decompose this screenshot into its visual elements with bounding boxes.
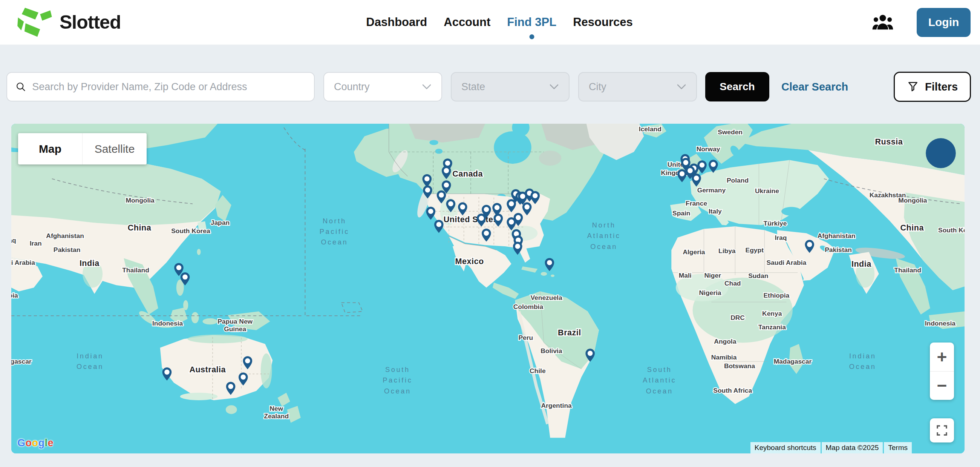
map-label: Iraq — [775, 234, 787, 241]
nav-dashboard[interactable]: Dashboard — [366, 16, 427, 29]
map-label: South Korea — [938, 226, 964, 234]
world-map[interactable]: IcelandSwedenNorwayRussiaUnitedKingdomPo… — [11, 124, 964, 453]
map-label: Mongolia — [898, 196, 927, 204]
map-label: Libya — [718, 247, 736, 255]
zoom-control: + − — [930, 343, 954, 400]
search-input[interactable] — [31, 81, 306, 93]
map-label: Thailand — [122, 266, 149, 274]
slotted-logo-icon — [18, 7, 52, 37]
map-label: Mexico — [455, 257, 484, 266]
map-label: Madagascar — [774, 358, 812, 365]
zoom-out-button[interactable]: − — [930, 371, 954, 400]
map-label: Ethiopia — [764, 292, 790, 299]
map-type-control: Map Satellite — [18, 133, 146, 164]
map-label: Iceland — [639, 125, 662, 133]
keyboard-shortcuts-link[interactable]: Keyboard shortcuts — [751, 442, 821, 453]
map-label: Russia — [875, 137, 903, 147]
map-label: Sudan — [748, 272, 768, 279]
map-label: Afghanistan — [46, 232, 84, 239]
google-logo-letter: g — [38, 437, 45, 448]
nav-resources[interactable]: Resources — [573, 16, 633, 29]
map-label: France — [686, 199, 707, 207]
zoom-in-button[interactable]: + — [930, 343, 954, 371]
map-label: Chile — [530, 367, 546, 375]
map-label: Ethiopia — [11, 292, 18, 299]
search-button[interactable]: Search — [705, 72, 769, 102]
map-label: Colombia — [513, 303, 544, 311]
marker-cluster[interactable] — [926, 138, 956, 168]
map-label: Mali — [679, 272, 692, 279]
header-right: Login — [872, 8, 970, 37]
search-icon — [16, 81, 26, 92]
brand[interactable]: Slotted — [18, 7, 121, 37]
map-label: South Korea — [171, 227, 210, 234]
map-label: Botswana — [724, 362, 756, 370]
map-label: Germany — [697, 186, 726, 194]
map-label: Sweden — [718, 128, 743, 136]
clear-search-link[interactable]: Clear Search — [781, 81, 848, 93]
city-select[interactable]: City — [578, 72, 697, 102]
map-label: Indian — [76, 352, 103, 360]
map-label: Argentina — [541, 402, 572, 409]
google-logo-letter: l — [45, 437, 48, 448]
terms-link[interactable]: Terms — [884, 442, 912, 453]
map-label: Canada — [452, 169, 483, 179]
map-label: Pacific — [320, 228, 349, 235]
map-label: Madagascar — [11, 358, 32, 365]
map-label: Zealand — [264, 412, 289, 420]
map-label: Japan — [211, 219, 229, 226]
map-label: South — [647, 365, 672, 373]
map-label: Niger — [704, 272, 721, 279]
nav-find-3pl[interactable]: Find 3PL — [507, 16, 556, 29]
map-label: Nigeria — [699, 289, 721, 296]
filters-button[interactable]: Filters — [894, 72, 971, 102]
funnel-icon — [907, 81, 919, 93]
group-icon[interactable] — [872, 14, 893, 31]
google-logo-letter: e — [48, 437, 54, 448]
map-label: Venezuela — [530, 294, 562, 301]
map-label: Poland — [727, 177, 749, 184]
map-label: Egypt — [746, 246, 764, 254]
map-label: Spain — [673, 209, 690, 217]
country-select[interactable]: Country — [323, 72, 442, 102]
state-select[interactable]: State — [451, 72, 570, 102]
map-label: Algeria — [682, 248, 705, 256]
map-label: Ocean — [646, 387, 673, 395]
map-data-text: Map data ©2025 — [822, 442, 883, 453]
map-label: New — [269, 405, 283, 412]
map-container: IcelandSwedenNorwayRussiaUnitedKingdomPo… — [11, 124, 964, 453]
map-label: Australia — [189, 365, 226, 374]
map-view-button[interactable]: Map — [18, 133, 82, 164]
map-label: Atlantic — [587, 232, 621, 239]
search-box — [6, 72, 315, 102]
map-label: Iraq — [11, 236, 16, 244]
search-toolbar: Country State City Search Clear Search F… — [6, 72, 971, 102]
main-nav: Dashboard Account Find 3PL Resources — [10, 0, 980, 45]
map-label: India — [80, 258, 100, 268]
map-label: South — [385, 365, 410, 373]
map-label: Bolivia — [541, 347, 562, 355]
map-label: North — [592, 221, 616, 229]
map-label: Indian — [849, 352, 877, 360]
map-label: Ocean — [321, 238, 348, 246]
fullscreen-icon — [936, 425, 948, 436]
google-logo-letter: o — [25, 437, 32, 448]
map-label: Namibia — [711, 354, 737, 361]
map-label: Saudi Arabia — [766, 259, 806, 266]
nav-account[interactable]: Account — [444, 16, 490, 29]
fullscreen-button[interactable] — [930, 418, 954, 443]
map-label: North — [323, 217, 347, 225]
map-label: Tanzania — [758, 323, 786, 331]
map-label: Italy — [709, 207, 722, 215]
map-label: Indonesia — [152, 319, 183, 327]
map-label: Indonesia — [925, 319, 956, 327]
map-label: United States — [444, 215, 498, 224]
brand-name: Slotted — [60, 11, 121, 33]
google-logo[interactable]: Google — [18, 437, 54, 449]
chevron-down-icon — [422, 84, 431, 90]
map-label: South Africa — [713, 387, 752, 394]
satellite-view-button[interactable]: Satellite — [82, 133, 146, 164]
map-label: Peru — [518, 334, 533, 341]
login-button[interactable]: Login — [917, 8, 970, 37]
google-logo-letter: o — [32, 437, 38, 448]
